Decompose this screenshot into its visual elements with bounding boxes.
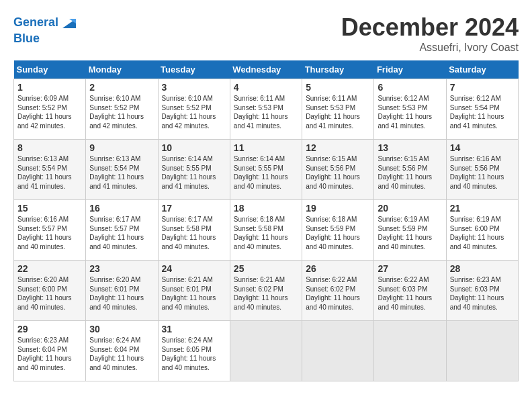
calendar-cell: 5Sunrise: 6:11 AM Sunset: 5:53 PM Daylig… — [302, 79, 374, 140]
page-header: General Blue December 2024 Assuefri, Ivo… — [13, 13, 519, 54]
title-area: December 2024 Assuefri, Ivory Coast — [341, 13, 519, 54]
weekday-header: Friday — [374, 60, 446, 79]
calendar-cell: 25Sunrise: 6:21 AM Sunset: 6:02 PM Dayli… — [230, 261, 302, 321]
day-number: 27 — [378, 263, 442, 274]
calendar-cell: 1Sunrise: 6:09 AM Sunset: 5:52 PM Daylig… — [14, 79, 86, 140]
calendar-cell: 13Sunrise: 6:15 AM Sunset: 5:56 PM Dayli… — [374, 140, 446, 200]
calendar-cell: 20Sunrise: 6:19 AM Sunset: 5:59 PM Dayli… — [374, 200, 446, 261]
day-info: Sunrise: 6:12 AM Sunset: 5:54 PM Dayligh… — [450, 94, 515, 130]
weekday-header: Monday — [86, 60, 158, 79]
day-info: Sunrise: 6:20 AM Sunset: 6:01 PM Dayligh… — [89, 275, 154, 312]
weekday-header: Wednesday — [230, 60, 302, 79]
day-info: Sunrise: 6:16 AM Sunset: 5:57 PM Dayligh… — [17, 215, 82, 251]
calendar-cell: 31Sunrise: 6:24 AM Sunset: 6:05 PM Dayli… — [158, 321, 230, 381]
day-info: Sunrise: 6:13 AM Sunset: 5:54 PM Dayligh… — [17, 154, 82, 191]
location-subtitle: Assuefri, Ivory Coast — [341, 42, 519, 54]
calendar-cell: 16Sunrise: 6:17 AM Sunset: 5:57 PM Dayli… — [86, 200, 158, 261]
calendar-cell: 30Sunrise: 6:24 AM Sunset: 6:04 PM Dayli… — [86, 321, 158, 381]
calendar-cell: 19Sunrise: 6:18 AM Sunset: 5:59 PM Dayli… — [302, 200, 374, 261]
calendar-cell: 12Sunrise: 6:15 AM Sunset: 5:56 PM Dayli… — [302, 140, 374, 200]
calendar-cell: 26Sunrise: 6:22 AM Sunset: 6:02 PM Dayli… — [302, 261, 374, 321]
calendar-cell: 17Sunrise: 6:17 AM Sunset: 5:58 PM Dayli… — [158, 200, 230, 261]
day-info: Sunrise: 6:22 AM Sunset: 6:03 PM Dayligh… — [378, 275, 442, 312]
day-info: Sunrise: 6:19 AM Sunset: 6:00 PM Dayligh… — [450, 215, 515, 251]
day-info: Sunrise: 6:11 AM Sunset: 5:53 PM Dayligh… — [234, 94, 298, 130]
day-info: Sunrise: 6:23 AM Sunset: 6:03 PM Dayligh… — [450, 275, 515, 312]
calendar-week-row: 8Sunrise: 6:13 AM Sunset: 5:54 PM Daylig… — [14, 140, 519, 200]
calendar-cell: 4Sunrise: 6:11 AM Sunset: 5:53 PM Daylig… — [230, 79, 302, 140]
calendar-cell: 23Sunrise: 6:20 AM Sunset: 6:01 PM Dayli… — [86, 261, 158, 321]
day-info: Sunrise: 6:16 AM Sunset: 5:56 PM Dayligh… — [450, 154, 515, 191]
day-info: Sunrise: 6:24 AM Sunset: 6:04 PM Dayligh… — [89, 336, 154, 372]
day-number: 4 — [234, 82, 298, 93]
calendar-cell: 29Sunrise: 6:23 AM Sunset: 6:04 PM Dayli… — [14, 321, 86, 381]
calendar-cell: 7Sunrise: 6:12 AM Sunset: 5:54 PM Daylig… — [446, 79, 518, 140]
day-number: 7 — [450, 82, 515, 93]
day-number: 20 — [378, 203, 442, 214]
calendar-week-row: 29Sunrise: 6:23 AM Sunset: 6:04 PM Dayli… — [14, 321, 519, 381]
day-info: Sunrise: 6:20 AM Sunset: 6:00 PM Dayligh… — [17, 275, 82, 312]
day-info: Sunrise: 6:19 AM Sunset: 5:59 PM Dayligh… — [378, 215, 442, 251]
day-number: 18 — [234, 203, 298, 214]
calendar-cell — [230, 321, 302, 381]
day-info: Sunrise: 6:15 AM Sunset: 5:56 PM Dayligh… — [306, 154, 370, 191]
calendar-cell: 3Sunrise: 6:10 AM Sunset: 5:52 PM Daylig… — [158, 79, 230, 140]
day-number: 2 — [89, 82, 154, 93]
day-number: 3 — [162, 82, 226, 93]
calendar-header-row: SundayMondayTuesdayWednesdayThursdayFrid… — [14, 60, 519, 79]
day-number: 26 — [306, 263, 370, 274]
calendar-cell: 18Sunrise: 6:18 AM Sunset: 5:58 PM Dayli… — [230, 200, 302, 261]
day-number: 14 — [450, 142, 515, 153]
day-number: 30 — [89, 324, 154, 334]
calendar-week-row: 22Sunrise: 6:20 AM Sunset: 6:00 PM Dayli… — [14, 261, 519, 321]
calendar-cell: 11Sunrise: 6:14 AM Sunset: 5:55 PM Dayli… — [230, 140, 302, 200]
day-info: Sunrise: 6:09 AM Sunset: 5:52 PM Dayligh… — [17, 94, 82, 130]
day-number: 6 — [378, 82, 442, 93]
day-info: Sunrise: 6:17 AM Sunset: 5:57 PM Dayligh… — [89, 215, 154, 251]
day-number: 19 — [306, 203, 370, 214]
logo-icon — [60, 13, 79, 32]
calendar-week-row: 1Sunrise: 6:09 AM Sunset: 5:52 PM Daylig… — [14, 79, 519, 140]
day-info: Sunrise: 6:13 AM Sunset: 5:54 PM Dayligh… — [89, 154, 154, 191]
calendar-cell — [302, 321, 374, 381]
day-number: 28 — [450, 263, 515, 274]
calendar-cell — [446, 321, 518, 381]
calendar-cell: 24Sunrise: 6:21 AM Sunset: 6:01 PM Dayli… — [158, 261, 230, 321]
day-number: 10 — [162, 142, 226, 153]
logo-line2: Blue — [13, 32, 79, 46]
day-number: 5 — [306, 82, 370, 93]
day-number: 16 — [89, 203, 154, 214]
day-number: 1 — [17, 82, 82, 93]
day-info: Sunrise: 6:14 AM Sunset: 5:55 PM Dayligh… — [162, 154, 226, 191]
day-info: Sunrise: 6:18 AM Sunset: 5:59 PM Dayligh… — [306, 215, 370, 251]
day-number: 15 — [17, 203, 82, 214]
calendar-cell: 28Sunrise: 6:23 AM Sunset: 6:03 PM Dayli… — [446, 261, 518, 321]
day-info: Sunrise: 6:10 AM Sunset: 5:52 PM Dayligh… — [89, 94, 154, 130]
day-info: Sunrise: 6:11 AM Sunset: 5:53 PM Dayligh… — [306, 94, 370, 130]
day-info: Sunrise: 6:21 AM Sunset: 6:02 PM Dayligh… — [234, 275, 298, 312]
day-number: 31 — [162, 324, 226, 334]
day-number: 21 — [450, 203, 515, 214]
calendar-cell: 8Sunrise: 6:13 AM Sunset: 5:54 PM Daylig… — [14, 140, 86, 200]
day-number: 13 — [378, 142, 442, 153]
calendar-cell: 14Sunrise: 6:16 AM Sunset: 5:56 PM Dayli… — [446, 140, 518, 200]
calendar-cell — [374, 321, 446, 381]
day-number: 11 — [234, 142, 298, 153]
weekday-header: Tuesday — [158, 60, 230, 79]
weekday-header: Thursday — [302, 60, 374, 79]
calendar-cell: 27Sunrise: 6:22 AM Sunset: 6:03 PM Dayli… — [374, 261, 446, 321]
calendar-cell: 10Sunrise: 6:14 AM Sunset: 5:55 PM Dayli… — [158, 140, 230, 200]
day-info: Sunrise: 6:18 AM Sunset: 5:58 PM Dayligh… — [234, 215, 298, 251]
calendar-cell: 6Sunrise: 6:12 AM Sunset: 5:53 PM Daylig… — [374, 79, 446, 140]
calendar-cell: 22Sunrise: 6:20 AM Sunset: 6:00 PM Dayli… — [14, 261, 86, 321]
day-info: Sunrise: 6:23 AM Sunset: 6:04 PM Dayligh… — [17, 336, 82, 372]
day-info: Sunrise: 6:10 AM Sunset: 5:52 PM Dayligh… — [162, 94, 226, 130]
day-number: 23 — [89, 263, 154, 274]
day-number: 24 — [162, 263, 226, 274]
logo-line1: General — [13, 15, 58, 29]
day-info: Sunrise: 6:17 AM Sunset: 5:58 PM Dayligh… — [162, 215, 226, 251]
calendar-cell: 2Sunrise: 6:10 AM Sunset: 5:52 PM Daylig… — [86, 79, 158, 140]
calendar-week-row: 15Sunrise: 6:16 AM Sunset: 5:57 PM Dayli… — [14, 200, 519, 261]
day-number: 29 — [17, 324, 82, 334]
day-info: Sunrise: 6:15 AM Sunset: 5:56 PM Dayligh… — [378, 154, 442, 191]
